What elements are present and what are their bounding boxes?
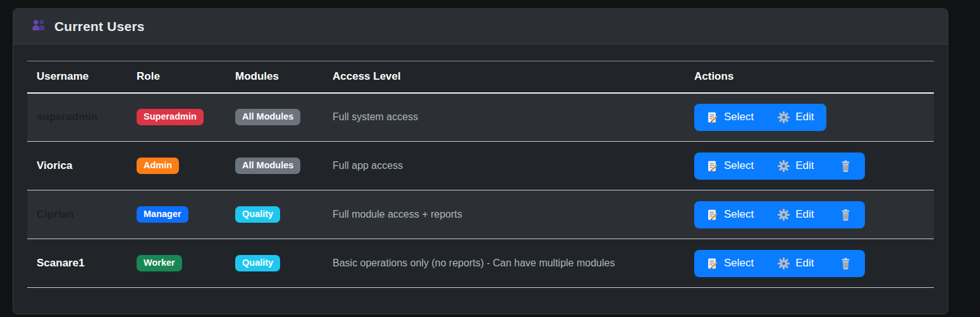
role-badge: Superadmin: [137, 109, 204, 125]
current-users-card: Current Users Username Role Modules Acce…: [13, 8, 948, 314]
wastebasket-icon: [840, 258, 852, 270]
select-button[interactable]: Select: [694, 250, 766, 277]
username-text: Scanare1: [37, 257, 85, 269]
edit-button-label: Edit: [795, 257, 814, 270]
delete-button[interactable]: [826, 152, 865, 180]
select-button-label: Select: [724, 257, 754, 270]
table-row: superadmin Superadmin All Modules Full s…: [27, 93, 934, 142]
gear-icon: [778, 258, 790, 270]
select-button-label: Select: [724, 111, 754, 123]
action-button-group: Select Edit: [694, 152, 865, 180]
role-badge: Admin: [137, 158, 179, 174]
role-badge: Worker: [137, 255, 182, 271]
select-button-label: Select: [724, 159, 754, 172]
gear-icon: [778, 111, 790, 123]
select-button[interactable]: Select: [694, 152, 766, 180]
memo-pencil-icon: [706, 160, 718, 172]
wastebasket-icon: [840, 160, 852, 172]
gear-icon: [778, 209, 790, 221]
table-header-row: Username Role Modules Access Level Actio…: [27, 61, 934, 93]
table-row: Viorica Admin All Modules Full app acces…: [27, 142, 934, 190]
module-badge: Quality: [235, 206, 280, 223]
access-level-text: Full module access + reports: [333, 209, 462, 220]
edit-button-label: Edit: [795, 208, 814, 221]
table-row: Scanare1 Worker Quality Basic operations…: [27, 239, 934, 288]
module-badge: All Modules: [235, 109, 300, 125]
table-row: Ciprian Manager Quality Full module acce…: [27, 190, 934, 239]
username-text: superadmin: [37, 111, 97, 123]
delete-button[interactable]: [826, 201, 865, 228]
edit-button-label: Edit: [795, 159, 814, 172]
access-level-text: Full app access: [333, 160, 403, 171]
column-header-role: Role: [127, 61, 226, 93]
module-badge: All Modules: [235, 158, 300, 174]
username-text: Viorica: [37, 159, 72, 171]
action-button-group: Select Edit: [694, 201, 865, 228]
column-header-access-level: Access Level: [323, 61, 685, 93]
column-header-modules: Modules: [226, 61, 323, 93]
username-text: Ciprian: [37, 208, 74, 220]
delete-button[interactable]: [826, 250, 865, 277]
edit-button[interactable]: Edit: [766, 104, 826, 131]
card-body: Username Role Modules Access Level Actio…: [13, 44, 948, 288]
users-icon: [31, 18, 47, 34]
edit-button-label: Edit: [795, 111, 814, 123]
select-button[interactable]: Select: [694, 201, 766, 228]
role-badge: Manager: [137, 206, 188, 223]
edit-button[interactable]: Edit: [766, 152, 826, 180]
memo-pencil-icon: [706, 111, 718, 123]
card-header: Current Users: [13, 9, 948, 44]
column-header-username: Username: [27, 61, 127, 93]
memo-pencil-icon: [706, 209, 718, 221]
module-badge: Quality: [235, 255, 280, 271]
gear-icon: [778, 160, 790, 172]
access-level-text: Full system access: [333, 111, 418, 122]
action-button-group: Select Edit: [694, 104, 826, 131]
wastebasket-icon: [840, 209, 852, 221]
select-button-label: Select: [724, 208, 754, 221]
column-header-actions: Actions: [685, 61, 934, 93]
edit-button[interactable]: Edit: [766, 201, 826, 228]
page-title: Current Users: [54, 19, 145, 34]
memo-pencil-icon: [706, 258, 718, 270]
users-table: Username Role Modules Access Level Actio…: [27, 61, 934, 288]
edit-button[interactable]: Edit: [766, 250, 826, 277]
action-button-group: Select Edit: [694, 250, 865, 277]
access-level-text: Basic operations only (no reports) - Can…: [333, 258, 615, 268]
select-button[interactable]: Select: [694, 104, 766, 131]
